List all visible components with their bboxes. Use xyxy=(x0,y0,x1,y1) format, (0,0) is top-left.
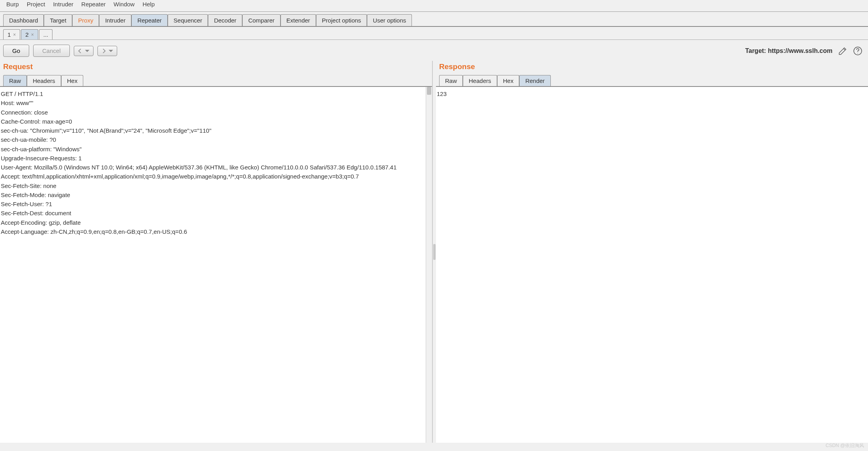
request-view-tabs: RawHeadersHex xyxy=(0,75,432,87)
next-button[interactable] xyxy=(97,46,117,56)
tab-extender[interactable]: Extender xyxy=(281,14,316,26)
response-body: 123 xyxy=(436,87,868,443)
sub-tab-1[interactable]: 1× xyxy=(3,29,20,39)
main-tabs: DashboardTargetProxyIntruderRepeaterSequ… xyxy=(0,11,868,27)
view-tab-headers[interactable]: Headers xyxy=(463,75,497,86)
menu-window[interactable]: Window xyxy=(110,0,138,8)
close-icon[interactable]: × xyxy=(31,32,34,38)
tab-sequencer[interactable]: Sequencer xyxy=(168,14,208,26)
menu-help[interactable]: Help xyxy=(139,0,158,8)
target-label: Target: https://www.sslh.com xyxy=(745,47,832,54)
menu-project[interactable]: Project xyxy=(24,0,49,8)
request-panel: Request RawHeadersHex GET / HTTP/1.1 Hos… xyxy=(0,61,433,443)
cancel-button[interactable]: Cancel xyxy=(33,45,70,57)
sub-tab-...[interactable]: ... xyxy=(39,29,53,39)
toolbar: Go Cancel Target: https://www.sslh.com xyxy=(0,40,868,61)
panels: Request RawHeadersHex GET / HTTP/1.1 Hos… xyxy=(0,61,868,443)
sub-tab-label: 1 xyxy=(7,31,11,38)
sub-tab-label: 2 xyxy=(25,31,28,38)
tab-proxy[interactable]: Proxy xyxy=(72,14,99,26)
view-tab-render[interactable]: Render xyxy=(519,75,550,86)
menu-repeater[interactable]: Repeater xyxy=(78,0,109,8)
sub-tab-label: ... xyxy=(43,31,49,38)
sub-tabs: 1×2×... xyxy=(0,27,868,40)
menu-intruder[interactable]: Intruder xyxy=(50,0,77,8)
tab-target[interactable]: Target xyxy=(44,14,72,26)
tab-decoder[interactable]: Decoder xyxy=(208,14,242,26)
view-tab-raw[interactable]: Raw xyxy=(439,75,463,86)
edit-target-button[interactable] xyxy=(838,46,847,56)
tab-user-options[interactable]: User options xyxy=(367,14,412,26)
view-tab-headers[interactable]: Headers xyxy=(27,75,61,86)
dropdown-icon xyxy=(108,48,114,54)
request-body[interactable]: GET / HTTP/1.1 Host: www"" Connection: c… xyxy=(0,87,426,443)
menu-burp[interactable]: Burp xyxy=(3,0,22,8)
view-tab-raw[interactable]: Raw xyxy=(3,75,27,86)
chevron-right-icon xyxy=(101,48,107,54)
response-title: Response xyxy=(436,61,868,75)
help-icon xyxy=(853,46,862,56)
request-title: Request xyxy=(0,61,432,75)
help-button[interactable] xyxy=(853,46,862,56)
pencil-icon xyxy=(838,46,847,56)
watermark: CSDN @依旧淘风 xyxy=(825,442,864,443)
response-view-tabs: RawHeadersHexRender xyxy=(436,75,868,87)
sub-tab-2[interactable]: 2× xyxy=(21,29,38,39)
close-icon[interactable]: × xyxy=(13,32,16,38)
view-tab-hex[interactable]: Hex xyxy=(497,75,520,86)
chevron-left-icon xyxy=(77,48,83,54)
tab-project-options[interactable]: Project options xyxy=(316,14,367,26)
tab-dashboard[interactable]: Dashboard xyxy=(3,14,44,26)
scrollbar-thumb[interactable] xyxy=(427,87,431,95)
view-tab-hex[interactable]: Hex xyxy=(61,75,84,86)
panel-divider[interactable] xyxy=(433,61,436,443)
tab-intruder[interactable]: Intruder xyxy=(99,14,131,26)
response-panel: Response RawHeadersHexRender 123 xyxy=(436,61,868,443)
tab-comparer[interactable]: Comparer xyxy=(242,14,281,26)
tab-repeater[interactable]: Repeater xyxy=(131,14,168,26)
go-button[interactable]: Go xyxy=(3,45,29,57)
prev-button[interactable] xyxy=(74,46,94,56)
dropdown-icon xyxy=(84,48,90,54)
menubar: BurpProjectIntruderRepeaterWindowHelp xyxy=(0,0,868,11)
request-scrollbar[interactable] xyxy=(426,87,432,443)
